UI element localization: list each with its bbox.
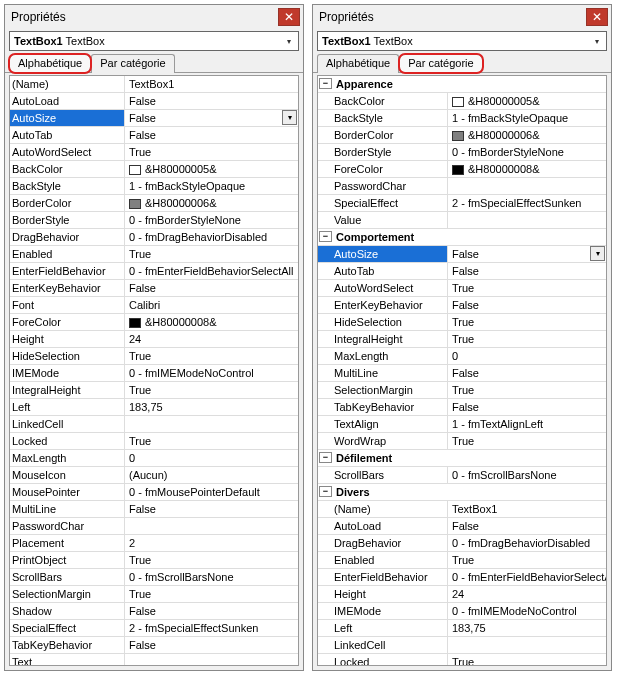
property-value[interactable]: True xyxy=(448,382,606,398)
property-row[interactable]: EnabledTrue xyxy=(10,246,298,263)
property-row[interactable]: ScrollBars0 - fmScrollBarsNone xyxy=(318,467,606,484)
property-value[interactable] xyxy=(448,637,606,653)
property-row[interactable]: MultiLineFalse xyxy=(318,365,606,382)
property-value[interactable]: 1 - fmBackStyleOpaque xyxy=(125,178,298,194)
property-value[interactable]: True xyxy=(448,331,606,347)
property-value[interactable]: True xyxy=(448,552,606,568)
property-value[interactable]: False xyxy=(448,518,606,534)
property-grid[interactable]: −ApparenceBackColor&H80000005&BackStyle1… xyxy=(317,75,607,666)
property-row[interactable]: Placement2 xyxy=(10,535,298,552)
property-row[interactable]: MultiLineFalse xyxy=(10,501,298,518)
property-row[interactable]: HideSelectionTrue xyxy=(318,314,606,331)
property-row[interactable]: Left183,75 xyxy=(10,399,298,416)
property-row[interactable]: EnterFieldBehavior0 - fmEnterFieldBehavi… xyxy=(318,569,606,586)
property-row[interactable]: PasswordChar xyxy=(318,178,606,195)
dropdown-button[interactable]: ▾ xyxy=(282,110,297,125)
property-value[interactable]: 183,75 xyxy=(125,399,298,415)
property-row[interactable]: Value xyxy=(318,212,606,229)
property-value[interactable]: &H80000006& xyxy=(125,195,298,211)
category-header[interactable]: −Divers xyxy=(318,484,606,501)
close-button[interactable]: ✕ xyxy=(278,8,300,26)
property-row[interactable]: ScrollBars0 - fmScrollBarsNone xyxy=(10,569,298,586)
property-row[interactable]: BorderStyle0 - fmBorderStyleNone xyxy=(318,144,606,161)
property-row[interactable]: LinkedCell xyxy=(10,416,298,433)
property-value[interactable]: False xyxy=(125,280,298,296)
property-value[interactable]: True xyxy=(448,280,606,296)
property-row[interactable]: AutoTabFalse xyxy=(10,127,298,144)
property-row[interactable]: MousePointer0 - fmMousePointerDefault xyxy=(10,484,298,501)
property-value[interactable]: 0 - fmEnterFieldBehaviorSelectAll xyxy=(125,263,298,279)
property-row[interactable]: TabKeyBehaviorFalse xyxy=(10,637,298,654)
property-row[interactable]: AutoSizeFalse▾ xyxy=(10,110,298,127)
property-value[interactable]: 1 - fmTextAlignLeft xyxy=(448,416,606,432)
category-header[interactable]: −Apparence xyxy=(318,76,606,93)
property-value[interactable]: 0 - fmIMEModeNoControl xyxy=(125,365,298,381)
property-row[interactable]: IMEMode0 - fmIMEModeNoControl xyxy=(10,365,298,382)
property-row[interactable]: IntegralHeightTrue xyxy=(10,382,298,399)
property-value[interactable]: 0 - fmEnterFieldBehaviorSelectA xyxy=(448,569,606,585)
object-selector[interactable]: TextBox1 TextBox ▾ xyxy=(317,31,607,51)
property-value[interactable]: False xyxy=(125,603,298,619)
tab-alphabetic[interactable]: Alphabétique xyxy=(317,54,399,73)
property-value[interactable] xyxy=(125,416,298,432)
collapse-icon[interactable]: − xyxy=(319,486,332,497)
property-row[interactable]: MouseIcon(Aucun) xyxy=(10,467,298,484)
property-row[interactable]: FontCalibri xyxy=(10,297,298,314)
property-row[interactable]: TextAlign1 - fmTextAlignLeft xyxy=(318,416,606,433)
property-row[interactable]: Height24 xyxy=(318,586,606,603)
property-row[interactable]: BackColor&H80000005& xyxy=(10,161,298,178)
property-row[interactable]: BorderColor&H80000006& xyxy=(10,195,298,212)
property-value[interactable]: True xyxy=(448,314,606,330)
property-row[interactable]: ForeColor&H80000008& xyxy=(10,314,298,331)
property-row[interactable]: PrintObjectTrue xyxy=(10,552,298,569)
tab-category[interactable]: Par catégorie xyxy=(91,54,174,73)
property-row[interactable]: SpecialEffect2 - fmSpecialEffectSunken xyxy=(318,195,606,212)
property-value[interactable] xyxy=(448,212,606,228)
property-value[interactable]: 0 - fmMousePointerDefault xyxy=(125,484,298,500)
property-value[interactable]: True xyxy=(125,552,298,568)
property-value[interactable]: True xyxy=(125,144,298,160)
property-value[interactable]: 24 xyxy=(448,586,606,602)
property-value[interactable]: 0 xyxy=(448,348,606,364)
property-value[interactable]: True xyxy=(125,433,298,449)
property-row[interactable]: Text xyxy=(10,654,298,666)
property-value[interactable]: False▾ xyxy=(125,110,298,126)
property-row[interactable]: ShadowFalse xyxy=(10,603,298,620)
property-value[interactable]: 2 - fmSpecialEffectSunken xyxy=(448,195,606,211)
property-row[interactable]: EnterFieldBehavior0 - fmEnterFieldBehavi… xyxy=(10,263,298,280)
property-value[interactable]: 2 - fmSpecialEffectSunken xyxy=(125,620,298,636)
property-row[interactable]: BackStyle1 - fmBackStyleOpaque xyxy=(318,110,606,127)
property-row[interactable]: ForeColor&H80000008& xyxy=(318,161,606,178)
property-value[interactable]: True xyxy=(448,654,606,666)
category-header[interactable]: −Comportement xyxy=(318,229,606,246)
property-row[interactable]: SelectionMarginTrue xyxy=(10,586,298,603)
close-button[interactable]: ✕ xyxy=(586,8,608,26)
property-row[interactable]: MaxLength0 xyxy=(318,348,606,365)
property-value[interactable]: &H80000005& xyxy=(448,93,606,109)
property-value[interactable]: False xyxy=(448,399,606,415)
property-value[interactable]: 0 - fmBorderStyleNone xyxy=(125,212,298,228)
property-row[interactable]: AutoWordSelectTrue xyxy=(10,144,298,161)
property-value[interactable]: True xyxy=(448,433,606,449)
object-selector[interactable]: TextBox1 TextBox ▾ xyxy=(9,31,299,51)
property-row[interactable]: (Name)TextBox1 xyxy=(10,76,298,93)
property-row[interactable]: BorderStyle0 - fmBorderStyleNone xyxy=(10,212,298,229)
property-value[interactable]: False xyxy=(125,93,298,109)
property-value[interactable] xyxy=(125,518,298,534)
property-row[interactable]: IntegralHeightTrue xyxy=(318,331,606,348)
property-value[interactable]: False xyxy=(125,637,298,653)
property-row[interactable]: PasswordChar xyxy=(10,518,298,535)
property-row[interactable]: EnterKeyBehaviorFalse xyxy=(318,297,606,314)
property-value[interactable]: True xyxy=(125,586,298,602)
property-value[interactable]: False xyxy=(125,501,298,517)
property-row[interactable]: SpecialEffect2 - fmSpecialEffectSunken xyxy=(10,620,298,637)
property-grid[interactable]: (Name)TextBox1AutoLoadFalseAutoSizeFalse… xyxy=(9,75,299,666)
property-row[interactable]: AutoLoadFalse xyxy=(318,518,606,535)
property-value[interactable]: False xyxy=(448,297,606,313)
property-value[interactable]: 0 xyxy=(125,450,298,466)
property-value[interactable]: 1 - fmBackStyleOpaque xyxy=(448,110,606,126)
property-row[interactable]: AutoWordSelectTrue xyxy=(318,280,606,297)
category-header[interactable]: −Défilement xyxy=(318,450,606,467)
property-row[interactable]: TabKeyBehaviorFalse xyxy=(318,399,606,416)
property-row[interactable]: SelectionMarginTrue xyxy=(318,382,606,399)
